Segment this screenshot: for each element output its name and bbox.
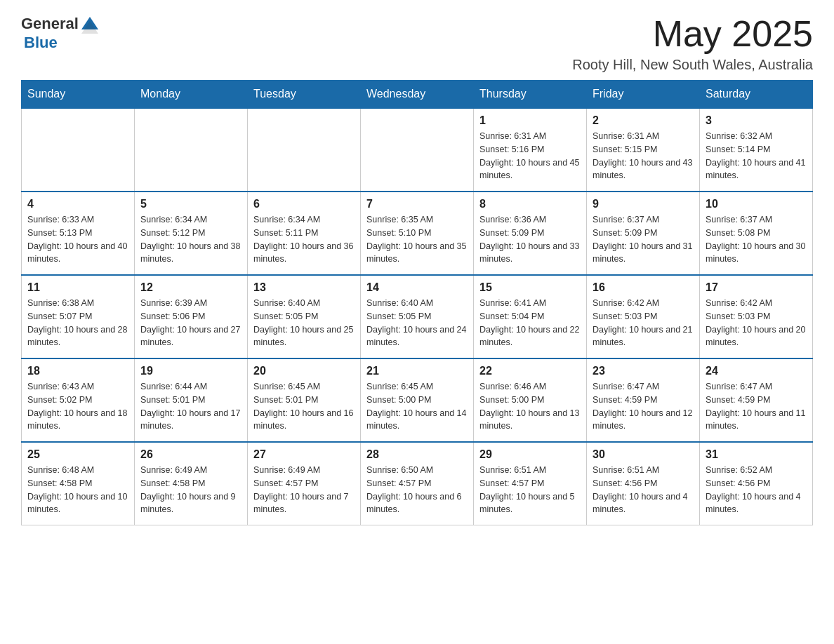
day-number: 10 [706, 198, 807, 210]
calendar-cell [135, 108, 248, 192]
day-number: 23 [593, 365, 694, 377]
day-number: 9 [593, 198, 694, 210]
calendar-cell: 7Sunrise: 6:35 AMSunset: 5:10 PMDaylight… [361, 192, 474, 275]
day-info: Sunrise: 6:34 AMSunset: 5:12 PMDaylight:… [140, 213, 241, 266]
calendar-cell: 13Sunrise: 6:40 AMSunset: 5:05 PMDayligh… [248, 275, 361, 358]
weekday-header-sunday: Sunday [22, 81, 135, 109]
day-number: 17 [706, 281, 807, 294]
day-info: Sunrise: 6:32 AMSunset: 5:14 PMDaylight:… [706, 130, 807, 182]
calendar-week-row: 18Sunrise: 6:43 AMSunset: 5:02 PMDayligh… [22, 358, 813, 442]
day-info: Sunrise: 6:40 AMSunset: 5:05 PMDaylight:… [366, 297, 468, 349]
day-number: 14 [366, 281, 468, 294]
day-info: Sunrise: 6:36 AMSunset: 5:09 PMDaylight:… [479, 213, 581, 266]
day-info: Sunrise: 6:42 AMSunset: 5:03 PMDaylight:… [706, 297, 807, 349]
day-info: Sunrise: 6:42 AMSunset: 5:03 PMDaylight:… [593, 297, 694, 349]
calendar-cell: 24Sunrise: 6:47 AMSunset: 4:59 PMDayligh… [700, 358, 813, 442]
day-info: Sunrise: 6:47 AMSunset: 4:59 PMDaylight:… [593, 380, 694, 433]
calendar-cell: 26Sunrise: 6:49 AMSunset: 4:58 PMDayligh… [135, 442, 248, 525]
calendar-cell: 10Sunrise: 6:37 AMSunset: 5:08 PMDayligh… [700, 192, 813, 275]
calendar-cell: 20Sunrise: 6:45 AMSunset: 5:01 PMDayligh… [248, 358, 361, 442]
day-info: Sunrise: 6:33 AMSunset: 5:13 PMDaylight:… [27, 213, 128, 266]
day-number: 6 [253, 198, 355, 210]
day-info: Sunrise: 6:35 AMSunset: 5:10 PMDaylight:… [366, 213, 468, 266]
day-info: Sunrise: 6:31 AMSunset: 5:16 PMDaylight:… [479, 130, 581, 182]
day-info: Sunrise: 6:31 AMSunset: 5:15 PMDaylight:… [593, 130, 694, 182]
day-number: 7 [366, 198, 468, 210]
day-number: 8 [479, 198, 581, 210]
day-info: Sunrise: 6:39 AMSunset: 5:06 PMDaylight:… [140, 297, 241, 349]
calendar-cell [22, 108, 135, 192]
weekday-header-friday: Friday [587, 81, 700, 109]
day-number: 2 [593, 114, 694, 127]
calendar-cell: 9Sunrise: 6:37 AMSunset: 5:09 PMDaylight… [587, 192, 700, 275]
calendar-cell: 27Sunrise: 6:49 AMSunset: 4:57 PMDayligh… [248, 442, 361, 525]
calendar-cell: 17Sunrise: 6:42 AMSunset: 5:03 PMDayligh… [700, 275, 813, 358]
calendar-cell: 21Sunrise: 6:45 AMSunset: 5:00 PMDayligh… [361, 358, 474, 442]
day-number: 31 [706, 448, 807, 461]
calendar-week-row: 11Sunrise: 6:38 AMSunset: 5:07 PMDayligh… [22, 275, 813, 358]
calendar-cell: 29Sunrise: 6:51 AMSunset: 4:57 PMDayligh… [474, 442, 587, 525]
day-number: 20 [253, 365, 355, 377]
day-info: Sunrise: 6:47 AMSunset: 4:59 PMDaylight:… [706, 380, 807, 433]
calendar-week-row: 25Sunrise: 6:48 AMSunset: 4:58 PMDayligh… [22, 442, 813, 525]
calendar-week-row: 4Sunrise: 6:33 AMSunset: 5:13 PMDaylight… [22, 192, 813, 275]
calendar-cell: 4Sunrise: 6:33 AMSunset: 5:13 PMDaylight… [22, 192, 135, 275]
day-number: 16 [593, 281, 694, 294]
weekday-header-saturday: Saturday [700, 81, 813, 109]
day-number: 30 [593, 448, 694, 461]
day-number: 22 [479, 365, 581, 377]
day-number: 27 [253, 448, 355, 461]
location-title: Rooty Hill, New South Wales, Australia [572, 57, 813, 73]
day-number: 28 [366, 448, 468, 461]
weekday-header-monday: Monday [135, 81, 248, 109]
calendar-cell: 8Sunrise: 6:36 AMSunset: 5:09 PMDaylight… [474, 192, 587, 275]
page-header: General Blue May 2025 Rooty Hill, New So… [21, 14, 813, 73]
day-info: Sunrise: 6:48 AMSunset: 4:58 PMDaylight:… [27, 464, 128, 516]
logo-text-general: General [21, 15, 79, 33]
day-info: Sunrise: 6:34 AMSunset: 5:11 PMDaylight:… [253, 213, 355, 266]
day-info: Sunrise: 6:40 AMSunset: 5:05 PMDaylight:… [253, 297, 355, 349]
day-number: 13 [253, 281, 355, 294]
calendar-cell: 19Sunrise: 6:44 AMSunset: 5:01 PMDayligh… [135, 358, 248, 442]
day-number: 21 [366, 365, 468, 377]
calendar-cell: 1Sunrise: 6:31 AMSunset: 5:16 PMDaylight… [474, 108, 587, 192]
calendar-cell: 22Sunrise: 6:46 AMSunset: 5:00 PMDayligh… [474, 358, 587, 442]
weekday-header-row: SundayMondayTuesdayWednesdayThursdayFrid… [22, 81, 813, 109]
calendar-cell: 14Sunrise: 6:40 AMSunset: 5:05 PMDayligh… [361, 275, 474, 358]
weekday-header-wednesday: Wednesday [361, 81, 474, 109]
calendar-cell: 12Sunrise: 6:39 AMSunset: 5:06 PMDayligh… [135, 275, 248, 358]
logo-icon [80, 14, 100, 34]
logo-text-blue: Blue [24, 34, 58, 52]
day-info: Sunrise: 6:50 AMSunset: 4:57 PMDaylight:… [366, 464, 468, 516]
calendar-week-row: 1Sunrise: 6:31 AMSunset: 5:16 PMDaylight… [22, 108, 813, 192]
day-info: Sunrise: 6:49 AMSunset: 4:57 PMDaylight:… [253, 464, 355, 516]
day-info: Sunrise: 6:51 AMSunset: 4:56 PMDaylight:… [593, 464, 694, 516]
calendar-cell: 31Sunrise: 6:52 AMSunset: 4:56 PMDayligh… [700, 442, 813, 525]
day-info: Sunrise: 6:45 AMSunset: 5:00 PMDaylight:… [366, 380, 468, 433]
day-number: 26 [140, 448, 241, 461]
day-number: 11 [27, 281, 128, 294]
weekday-header-tuesday: Tuesday [248, 81, 361, 109]
day-info: Sunrise: 6:37 AMSunset: 5:08 PMDaylight:… [706, 213, 807, 266]
day-number: 3 [706, 114, 807, 127]
calendar-cell: 3Sunrise: 6:32 AMSunset: 5:14 PMDaylight… [700, 108, 813, 192]
day-number: 1 [479, 114, 581, 127]
day-info: Sunrise: 6:43 AMSunset: 5:02 PMDaylight:… [27, 380, 128, 433]
day-number: 15 [479, 281, 581, 294]
day-number: 29 [479, 448, 581, 461]
day-info: Sunrise: 6:38 AMSunset: 5:07 PMDaylight:… [27, 297, 128, 349]
day-number: 18 [27, 365, 128, 377]
calendar-table: SundayMondayTuesdayWednesdayThursdayFrid… [21, 80, 813, 525]
calendar-cell [248, 108, 361, 192]
calendar-cell: 6Sunrise: 6:34 AMSunset: 5:11 PMDaylight… [248, 192, 361, 275]
calendar-cell: 16Sunrise: 6:42 AMSunset: 5:03 PMDayligh… [587, 275, 700, 358]
day-info: Sunrise: 6:41 AMSunset: 5:04 PMDaylight:… [479, 297, 581, 349]
calendar-cell: 25Sunrise: 6:48 AMSunset: 4:58 PMDayligh… [22, 442, 135, 525]
logo: General Blue [21, 14, 101, 52]
calendar-cell: 2Sunrise: 6:31 AMSunset: 5:15 PMDaylight… [587, 108, 700, 192]
day-info: Sunrise: 6:52 AMSunset: 4:56 PMDaylight:… [706, 464, 807, 516]
title-section: May 2025 Rooty Hill, New South Wales, Au… [572, 14, 813, 73]
day-info: Sunrise: 6:45 AMSunset: 5:01 PMDaylight:… [253, 380, 355, 433]
day-info: Sunrise: 6:46 AMSunset: 5:00 PMDaylight:… [479, 380, 581, 433]
month-title: May 2025 [572, 14, 813, 54]
